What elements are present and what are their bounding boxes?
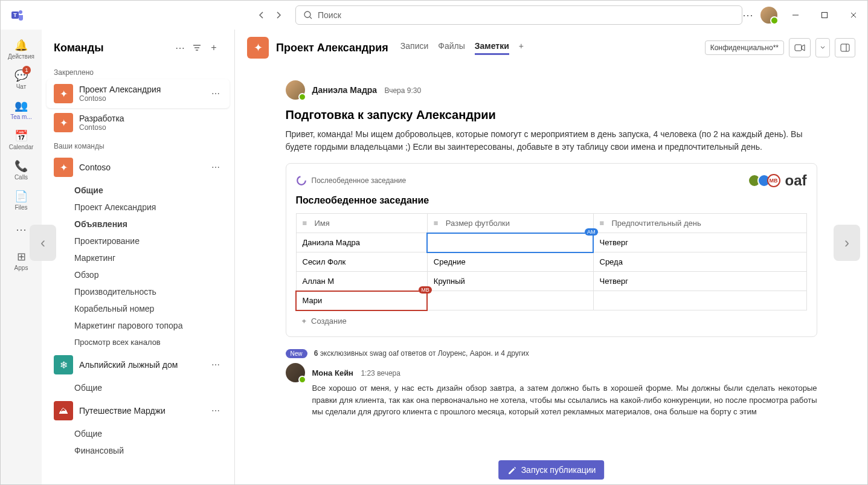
table-cell[interactable]: Аллан М <box>296 272 427 291</box>
panel-toggle-button[interactable] <box>835 38 855 57</box>
teams-more-button[interactable]: ⋯ <box>172 39 188 56</box>
table-row[interactable]: МариMB <box>296 291 806 310</box>
post-title: Подготовка к запуску Александрии <box>286 108 817 122</box>
carousel-next-button[interactable]: › <box>834 225 860 261</box>
channel-item[interactable]: Производительность <box>42 283 234 300</box>
post-body: Привет, команда! Мы ищем добровольцев, к… <box>286 128 817 153</box>
channel-header: ✦ Проект Александрия Записи Файлы Заметк… <box>235 30 867 66</box>
table-cell[interactable]: Средние <box>427 252 593 272</box>
pinned-team-alexandria[interactable]: ✦ Проект АлександрияContoso ⋯ <box>47 79 230 108</box>
author-avatar[interactable] <box>286 80 305 100</box>
rail-calls[interactable]: 📞Calls <box>3 155 39 184</box>
channel-item[interactable]: Общие <box>42 182 234 199</box>
meet-button[interactable] <box>789 38 811 57</box>
item-more-button[interactable]: ⋯ <box>209 360 222 370</box>
add-tab-button[interactable]: + <box>519 41 524 55</box>
reply-body: Все хорошо от меня, у нас есть дизайн об… <box>312 382 817 418</box>
close-button[interactable] <box>843 5 864 25</box>
channel-item[interactable]: Обзор <box>42 266 234 283</box>
table-cell[interactable] <box>427 291 593 310</box>
start-post-button[interactable]: Запуск публикации <box>498 460 605 480</box>
table-row[interactable]: Аллан МКрупныйЧетверг <box>296 272 806 291</box>
channel-content: ✦ Проект Александрия Записи Файлы Заметк… <box>235 30 867 485</box>
channel-item[interactable]: Маркетинг парового топора <box>42 317 234 334</box>
channel-item[interactable]: Проект Александрия <box>42 199 234 216</box>
meet-dropdown-button[interactable] <box>815 38 830 57</box>
loop-table[interactable]: ≡Имя ≡Размер футболки ≡Предпочтительный … <box>296 213 807 310</box>
history-nav <box>254 8 286 22</box>
sensitivity-chip[interactable]: Конфиденциально** <box>705 40 784 55</box>
reply-author-avatar[interactable] <box>286 363 305 382</box>
item-more-button[interactable]: ⋯ <box>209 89 222 98</box>
channel-item[interactable]: Корабельный номер <box>42 300 234 317</box>
team-avatar: ⛰ <box>54 401 73 420</box>
channel-item[interactable]: Проектирование <box>42 233 234 249</box>
titlebar: T Поиск ⋯ <box>1 1 867 30</box>
table-cell[interactable]: Четверг <box>593 272 806 291</box>
section-your-teams: Ваши команды <box>42 137 234 153</box>
reply-author: Мона Кейн <box>312 368 353 377</box>
team-margie[interactable]: ⛰ Путешествие Марджи ⋯ <box>47 396 230 425</box>
tab-files[interactable]: Файлы <box>438 41 465 55</box>
team-avatar: ✦ <box>54 158 73 177</box>
channel-item[interactable]: Финансовый <box>42 442 234 459</box>
svg-point-7 <box>297 176 306 185</box>
text-column-icon: ≡ <box>600 219 608 228</box>
channel-item[interactable]: Маркетинг <box>42 249 234 266</box>
see-all-channels[interactable]: Просмотр всех каналов <box>42 334 234 350</box>
user-avatar[interactable] <box>760 7 777 24</box>
loop-title: Послеобеденное заседание <box>296 195 807 206</box>
table-cell[interactable]: Даниэла Мадра <box>296 233 427 252</box>
team-avatar: ❄ <box>54 355 73 374</box>
teams-filter-button[interactable] <box>188 39 205 56</box>
text-column-icon: ≡ <box>434 219 442 228</box>
svg-rect-5 <box>795 45 802 51</box>
channel-item[interactable]: Общие <box>42 379 234 396</box>
team-contoso[interactable]: ✦ Contoso ⋯ <box>47 153 230 182</box>
column-header: ≡Размер футболки <box>427 214 593 233</box>
table-cell[interactable]: AM <box>427 233 593 252</box>
rail-calendar[interactable]: 📅Calendar <box>3 125 39 154</box>
minimize-button[interactable] <box>785 5 806 25</box>
table-cell[interactable]: Крупный <box>427 272 593 291</box>
channel-item[interactable]: Общие <box>42 425 234 442</box>
forward-button[interactable] <box>271 8 286 22</box>
carousel-prev-button[interactable]: ‹ <box>30 225 56 261</box>
table-cell[interactable] <box>593 291 806 310</box>
channel-avatar: ✦ <box>247 37 269 59</box>
rail-files[interactable]: 📄Files <box>3 185 39 214</box>
files-icon: 📄 <box>14 190 28 203</box>
team-alpine[interactable]: ❄ Альпийский лыжный дом ⋯ <box>47 350 230 379</box>
loop-component[interactable]: Послеобеденное заседание MB oaf Послеобе… <box>286 163 817 337</box>
teams-add-button[interactable]: + <box>205 39 222 56</box>
chat-badge: 1 <box>22 66 31 74</box>
add-row-button[interactable]: +Создание <box>296 310 807 332</box>
team-list-panel: Команды ⋯ + Закреплено ✦ Проект Александ… <box>42 30 235 485</box>
column-header: ≡Имя <box>296 214 427 233</box>
pinned-team-dev[interactable]: ✦ РазработкаContoso <box>47 108 230 137</box>
settings-more-button[interactable]: ⋯ <box>742 8 753 22</box>
channel-item[interactable]: Объявления <box>42 216 234 233</box>
svg-rect-6 <box>841 44 849 51</box>
back-button[interactable] <box>254 8 269 22</box>
table-row[interactable]: Сесил ФолкСредниеСреда <box>296 252 806 272</box>
rail-chat[interactable]: 1💬Чат <box>3 65 39 94</box>
rail-activity[interactable]: 🔔Действия <box>3 34 39 63</box>
table-cell[interactable]: Сесил Фолк <box>296 252 427 272</box>
item-more-button[interactable]: ⋯ <box>209 406 222 416</box>
presence-avatar: MB <box>767 174 780 187</box>
tab-notes[interactable]: Заметки <box>475 41 509 55</box>
maximize-button[interactable] <box>814 5 835 25</box>
post: Даниэла Мадра Вчера 9:30 Подготовка к за… <box>286 80 817 418</box>
search-input[interactable]: Поиск <box>295 5 742 25</box>
item-more-button[interactable]: ⋯ <box>209 162 222 172</box>
tab-posts[interactable]: Записи <box>400 41 428 55</box>
replies-summary[interactable]: New 6 эксклюзивных swag oaf ответов от Л… <box>286 349 817 358</box>
table-cell[interactable]: Четверг <box>593 233 806 252</box>
table-cell[interactable]: МариMB <box>296 291 427 310</box>
table-cell[interactable]: Среда <box>593 252 806 272</box>
rail-teams[interactable]: 👥Tea m... <box>3 95 39 124</box>
app-logo: T <box>10 7 25 24</box>
table-row[interactable]: Даниэла МадраAMЧетверг <box>296 233 806 252</box>
teams-icon: 👥 <box>14 99 28 112</box>
